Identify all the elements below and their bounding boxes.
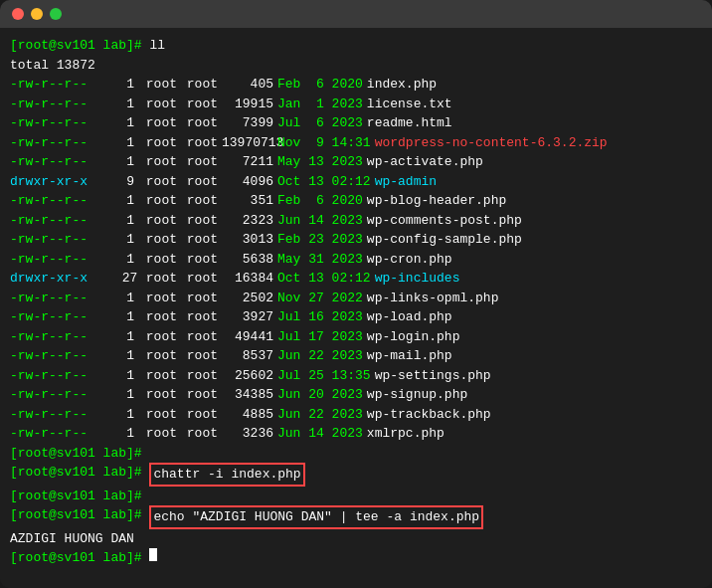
file-entry: -rw-r--r-- 1 rootroot2502Nov 27 2022wp-l… [10, 289, 702, 308]
file-entry: -rw-r--r-- 1 rootroot7211May 13 2023wp-a… [10, 152, 702, 172]
file-entry: -rw-r--r-- 1 rootroot2323Jun 14 2023wp-c… [10, 211, 702, 231]
prompt-line: [root@sv101 lab]# [10, 444, 702, 464]
prompt-line: [root@sv101 lab]# ll [10, 36, 702, 56]
file-entry: -rw-r--r-- 1 rootroot3236Jun 14 2023xmlr… [10, 424, 702, 444]
file-entry: -rw-r--r-- 1 rootroot405Feb 6 2020index.… [10, 75, 702, 95]
traffic-lights [12, 8, 62, 20]
output-line: AZDIGI HUONG DAN [10, 529, 702, 549]
file-entry: -rw-r--r-- 1 rootroot4885Jun 22 2023wp-t… [10, 405, 702, 425]
prompt-highlight-line: [root@sv101 lab]# chattr -i index.php [10, 463, 702, 487]
prompt-highlight-line: [root@sv101 lab]# echo "AZDIGI HUONG DAN… [10, 505, 702, 529]
file-entry: -rw-r--r-- 1 rootroot3013Feb 23 2023wp-c… [10, 230, 702, 250]
titlebar [0, 0, 712, 28]
maximize-button[interactable] [50, 8, 62, 20]
file-entry: -rw-r--r-- 1 rootroot5638May 31 2023wp-c… [10, 250, 702, 270]
file-entry: -rw-r--r-- 1 rootroot8537Jun 22 2023wp-m… [10, 346, 702, 366]
file-entry: -rw-r--r-- 1 rootroot25602Jul 25 13:35wp… [10, 366, 702, 386]
file-entry: -rw-r--r-- 1 rootroot49441Jul 17 2023wp-… [10, 327, 702, 347]
file-entry: drwxr-xr-x 9 rootroot4096Oct 13 02:12wp-… [10, 172, 702, 192]
terminal-body[interactable]: [root@sv101 lab]# lltotal 13872-rw-r--r-… [0, 28, 712, 588]
file-entry: -rw-r--r-- 1 rootroot351Feb 6 2020wp-blo… [10, 191, 702, 211]
output-line: total 13872 [10, 56, 702, 76]
file-entry: drwxr-xr-x 27 rootroot16384Oct 13 02:12w… [10, 269, 702, 289]
terminal-window: [root@sv101 lab]# lltotal 13872-rw-r--r-… [0, 0, 712, 588]
file-entry: -rw-r--r-- 1 rootroot34385Jun 20 2023wp-… [10, 385, 702, 405]
file-entry: -rw-r--r-- 1 rootroot7399Jul 6 2023readm… [10, 113, 702, 133]
close-button[interactable] [12, 8, 24, 20]
file-entry: -rw-r--r-- 1 rootroot3927Jul 16 2023wp-l… [10, 307, 702, 327]
file-entry: -rw-r--r-- 1 rootroot13970713Nov 9 14:31… [10, 133, 702, 153]
prompt-line: [root@sv101 lab]# [10, 487, 702, 506]
prompt-cursor-line: [root@sv101 lab]# [10, 548, 702, 568]
minimize-button[interactable] [31, 8, 43, 20]
file-entry: -rw-r--r-- 1 rootroot19915Jan 1 2023lice… [10, 95, 702, 114]
